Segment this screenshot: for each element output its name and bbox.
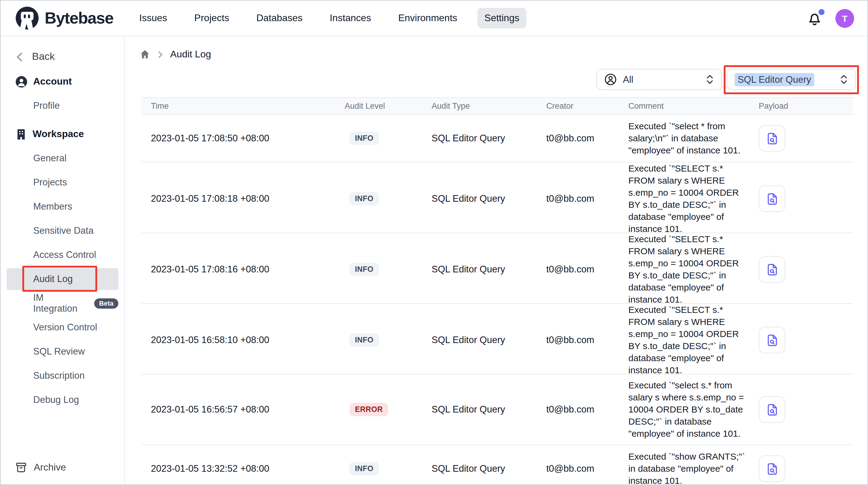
- row-time: 2023-01-05 17:08:18 +08:00: [141, 193, 345, 204]
- file-search-icon: [765, 403, 779, 417]
- row-creator: t0@bb.com: [546, 463, 628, 474]
- sidebar-item-audit-log[interactable]: Audit Log: [1, 267, 124, 291]
- audit-level-badge: INFO: [349, 462, 379, 476]
- row-time: 2023-01-05 17:08:16 +08:00: [141, 264, 345, 275]
- col-header-audit-level: Audit Level: [345, 102, 432, 111]
- row-creator: t0@bb.com: [546, 193, 628, 204]
- audit-level-badge: ERROR: [349, 403, 388, 417]
- sidebar-section-workspace: Workspace: [1, 122, 124, 146]
- sidebar-item-im-integration[interactable]: IM Integration Beta: [1, 291, 124, 315]
- table-row: 2023-01-05 17:08:18 +08:00 INFO SQL Edit…: [141, 163, 853, 233]
- section-label: Account: [33, 76, 72, 87]
- row-audit-level: INFO: [345, 334, 432, 347]
- chevron-up-down-icon: [706, 74, 714, 85]
- chevron-right-icon: [157, 51, 163, 58]
- beta-badge: Beta: [94, 298, 118, 308]
- col-header-audit-type: Audit Type: [432, 102, 546, 111]
- sidebar-item-members[interactable]: Members: [1, 195, 124, 219]
- row-time: 2023-01-05 13:32:52 +08:00: [141, 463, 345, 474]
- row-comment: Executed `"SELECT s.* FROM salary s WHER…: [628, 163, 751, 235]
- settings-sidebar: Back Account Profile: [1, 36, 125, 484]
- notification-dot: [818, 9, 825, 15]
- nav-item-issues[interactable]: Issues: [132, 8, 175, 28]
- row-audit-type: SQL Editor Query: [432, 335, 546, 345]
- file-search-icon: [765, 262, 779, 276]
- table-row: 2023-01-05 16:56:57 +08:00 ERROR SQL Edi…: [141, 374, 853, 445]
- audit-level-badge: INFO: [349, 192, 379, 206]
- row-time: 2023-01-05 16:56:57 +08:00: [141, 404, 345, 415]
- row-audit-level: ERROR: [345, 403, 432, 417]
- sidebar-item-profile[interactable]: Profile: [1, 94, 124, 118]
- payload-view-button[interactable]: [759, 186, 785, 212]
- audit-type-filter-select[interactable]: SQL Editor Query: [727, 69, 856, 90]
- audit-level-badge: INFO: [349, 263, 379, 276]
- row-audit-level: INFO: [345, 263, 432, 276]
- page-title: Audit Log: [170, 49, 211, 60]
- row-comment: Executed `"SELECT s.* FROM salary s WHER…: [628, 304, 751, 376]
- notifications-button[interactable]: [806, 10, 823, 26]
- sidebar-item-sql-review[interactable]: SQL Review: [1, 339, 124, 364]
- row-audit-level: INFO: [345, 462, 432, 476]
- sidebar-item-general[interactable]: General: [1, 146, 124, 170]
- building-icon: [15, 128, 27, 140]
- main-nav: IssuesProjectsDatabasesInstancesEnvironm…: [132, 8, 526, 28]
- creator-filter-value: All: [623, 74, 633, 85]
- row-audit-level: INFO: [345, 192, 432, 206]
- col-header-time: Time: [141, 102, 345, 111]
- payload-view-button[interactable]: [759, 256, 785, 283]
- creator-filter-select[interactable]: All: [596, 69, 722, 90]
- audit-log-table: Time Audit Level Audit Type Creator Comm…: [141, 97, 853, 485]
- back-label: Back: [32, 51, 55, 63]
- file-search-icon: [765, 192, 779, 206]
- sidebar-section-account: Account: [1, 69, 124, 94]
- user-circle-icon: [15, 75, 28, 88]
- row-comment: Executed `"select * from salary;\n"` in …: [628, 120, 751, 156]
- nav-item-databases[interactable]: Databases: [249, 8, 310, 28]
- row-audit-type: SQL Editor Query: [432, 463, 546, 474]
- main-content: Audit Log All: [125, 36, 867, 484]
- archive-icon: [15, 461, 27, 474]
- row-audit-type: SQL Editor Query: [432, 264, 546, 275]
- sidebar-item-label: General: [33, 153, 66, 164]
- back-button[interactable]: Back: [1, 48, 124, 65]
- sidebar-item-access-control[interactable]: Access Control: [1, 243, 124, 267]
- col-header-payload: Payload: [759, 102, 853, 111]
- nav-item-instances[interactable]: Instances: [322, 8, 378, 28]
- payload-view-button[interactable]: [759, 125, 785, 151]
- sidebar-item-sensitive-data[interactable]: Sensitive Data: [1, 219, 124, 243]
- sidebar-item-label: Profile: [33, 100, 60, 111]
- audit-type-filter-value: SQL Editor Query: [735, 73, 814, 86]
- table-row: 2023-01-05 13:32:52 +08:00 INFO SQL Edit…: [141, 445, 853, 485]
- sidebar-item-label: Sensitive Data: [33, 225, 94, 236]
- col-header-comment: Comment: [628, 102, 759, 111]
- nav-item-environments[interactable]: Environments: [391, 8, 464, 28]
- top-navbar: Bytebase IssuesProjectsDatabasesInstance…: [1, 1, 867, 36]
- payload-view-button[interactable]: [759, 396, 785, 423]
- table-row: 2023-01-05 17:08:16 +08:00 INFO SQL Edit…: [141, 233, 853, 304]
- audit-table-body: 2023-01-05 17:08:50 +08:00 INFO SQL Edit…: [141, 115, 853, 485]
- sidebar-item-subscription[interactable]: Subscription: [1, 364, 124, 388]
- sidebar-item-projects[interactable]: Projects: [1, 170, 124, 195]
- avatar[interactable]: T: [835, 9, 854, 27]
- breadcrumb: Audit Log: [125, 47, 867, 62]
- bytebase-logo-icon: [16, 7, 39, 30]
- sidebar-item-archive[interactable]: Archive: [1, 459, 124, 476]
- payload-view-button[interactable]: [759, 327, 785, 353]
- sidebar-item-label: Members: [33, 201, 72, 212]
- sidebar-item-label: Access Control: [33, 250, 96, 260]
- filters-row: All SQL Editor Query: [125, 69, 867, 90]
- bytebase-logo[interactable]: Bytebase: [16, 7, 113, 30]
- table-header: Time Audit Level Audit Type Creator Comm…: [141, 97, 853, 115]
- row-audit-type: SQL Editor Query: [432, 193, 546, 204]
- row-audit-type: SQL Editor Query: [432, 133, 546, 144]
- nav-item-settings[interactable]: Settings: [477, 8, 527, 28]
- payload-view-button[interactable]: [759, 455, 785, 482]
- sidebar-item-debug-log[interactable]: Debug Log: [1, 388, 124, 412]
- chevron-left-icon: [15, 52, 24, 62]
- account-items: Profile: [1, 94, 124, 118]
- sidebar-item-version-control[interactable]: Version Control: [1, 315, 124, 339]
- home-icon[interactable]: [140, 49, 150, 60]
- nav-item-projects[interactable]: Projects: [187, 8, 237, 28]
- row-time: 2023-01-05 16:58:10 +08:00: [141, 335, 345, 345]
- row-comment: Executed `"select s.* from salary s wher…: [628, 379, 751, 440]
